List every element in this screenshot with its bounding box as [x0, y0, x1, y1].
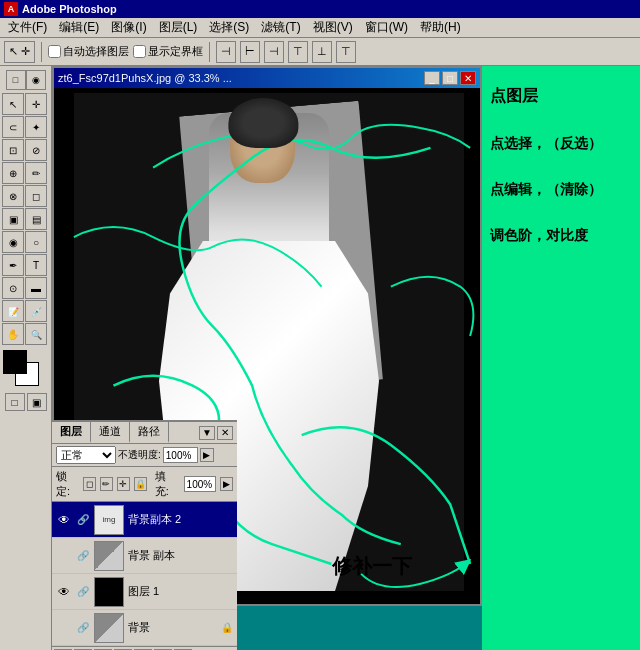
layers-panel-footer: 🔗 fx ◉ ◑ 📁 + 🗑: [52, 646, 237, 650]
zoom-tool[interactable]: [25, 323, 47, 345]
tab-channels[interactable]: 通道: [91, 422, 130, 443]
opacity-value[interactable]: 100%: [163, 447, 198, 463]
align-bottom-btn[interactable]: ⊤: [336, 41, 356, 63]
align-center-btn[interactable]: ⊢: [240, 41, 260, 63]
magic-wand-tool[interactable]: [25, 116, 47, 138]
full-screen-btn[interactable]: ▣: [27, 393, 47, 411]
app-title: Adobe Photoshop: [22, 3, 117, 15]
move-tool[interactable]: [25, 93, 47, 115]
panel-close-btn[interactable]: ✕: [217, 426, 233, 440]
layer-item-2[interactable]: 👁 🔗 图层 1: [52, 574, 237, 610]
notes-tool[interactable]: [2, 300, 24, 322]
hair-shape: [228, 98, 298, 148]
layer-item-0[interactable]: 👁 🔗 img 背景副本 2: [52, 502, 237, 538]
auto-select-checkbox[interactable]: 自动选择图层: [48, 44, 129, 59]
layer-link-2[interactable]: 🔗: [76, 585, 90, 599]
eyedropper-icon: [31, 306, 42, 317]
doc-close-btn[interactable]: ✕: [460, 71, 476, 85]
layer-link-0[interactable]: 🔗: [76, 513, 90, 527]
menu-window[interactable]: 窗口(W): [359, 17, 414, 38]
zoom-icon: [31, 329, 42, 340]
path-select-tool[interactable]: [2, 277, 24, 299]
align-top-btn[interactable]: ⊤: [288, 41, 308, 63]
align-left-btn[interactable]: ⊣: [216, 41, 236, 63]
crop-icon: [9, 145, 17, 156]
show-bounds-label: 显示定界框: [148, 44, 203, 59]
layer-eye-0[interactable]: 👁: [56, 512, 72, 528]
show-bounds-input[interactable]: [133, 45, 146, 58]
layer-item-1[interactable]: 👁 🔗 背景 副本: [52, 538, 237, 574]
eyedropper-tool[interactable]: [25, 300, 47, 322]
title-bar: A Adobe Photoshop: [0, 0, 640, 18]
brush-tool[interactable]: [25, 162, 47, 184]
lock-image-btn[interactable]: ✏: [100, 477, 113, 491]
dodge-tool[interactable]: [25, 231, 47, 253]
gradient-icon: [9, 214, 18, 225]
annotation-4: 调色阶，对比度: [490, 227, 632, 245]
menu-help[interactable]: 帮助(H): [414, 17, 467, 38]
standard-mode-btn[interactable]: □: [6, 70, 26, 90]
menu-file[interactable]: 文件(F): [2, 17, 53, 38]
slice-tool[interactable]: [25, 139, 47, 161]
fill-arrow[interactable]: ▶: [220, 477, 233, 491]
hand-tool[interactable]: [2, 323, 24, 345]
layer-link-3[interactable]: 🔗: [76, 621, 90, 635]
menu-edit[interactable]: 编辑(E): [53, 17, 105, 38]
layer-item-3[interactable]: 👁 🔗 背景 🔒: [52, 610, 237, 646]
main-area: □ ◉: [0, 66, 640, 650]
document-title: zt6_Fsc97d1PuhsX.jpg @ 33.3% ...: [58, 72, 422, 84]
text-tool[interactable]: [25, 254, 47, 276]
menu-filter[interactable]: 滤镜(T): [255, 17, 306, 38]
blur-tool[interactable]: [2, 231, 24, 253]
align-right-btn[interactable]: ⊣: [264, 41, 284, 63]
heal-tool[interactable]: [2, 162, 24, 184]
lock-position-btn[interactable]: ✛: [117, 477, 130, 491]
show-bounds-checkbox[interactable]: 显示定界框: [133, 44, 203, 59]
tab-layers[interactable]: 图层: [52, 422, 91, 443]
layer-link-1[interactable]: 🔗: [76, 549, 90, 563]
panel-options-btn[interactable]: ▼: [199, 426, 215, 440]
lock-all-btn[interactable]: 🔒: [134, 477, 147, 491]
crop-tool[interactable]: [2, 139, 24, 161]
menu-image[interactable]: 图像(I): [105, 17, 152, 38]
menu-select[interactable]: 选择(S): [203, 17, 255, 38]
color-swatches[interactable]: [3, 350, 49, 386]
tool-row-3: [2, 139, 49, 161]
brush-icon: [32, 168, 40, 179]
tool-row-4: [2, 162, 49, 184]
menu-view[interactable]: 视图(V): [307, 17, 359, 38]
menu-layer[interactable]: 图层(L): [153, 17, 204, 38]
layer-eye-2[interactable]: 👁: [56, 584, 72, 600]
eraser-tool[interactable]: [25, 185, 47, 207]
blend-mode-select[interactable]: 正常: [56, 446, 116, 464]
arrow-tool[interactable]: [2, 93, 24, 115]
tool-row-10: [2, 300, 49, 322]
auto-select-input[interactable]: [48, 45, 61, 58]
pen-tool[interactable]: [2, 254, 24, 276]
shape-tool[interactable]: [25, 277, 47, 299]
opacity-arrow[interactable]: ▶: [200, 448, 214, 462]
move-tool-btn[interactable]: ↖ ✛: [4, 41, 35, 63]
foreground-color-swatch[interactable]: [3, 350, 27, 374]
magic-wand-icon: [32, 122, 40, 133]
annotation-5: 修补一下: [332, 553, 412, 580]
align-middle-btn[interactable]: ⊥: [312, 41, 332, 63]
doc-minimize-btn[interactable]: _: [424, 71, 440, 85]
annotation-panel: 点图层 点选择，（反选） 点编辑，（清除） 调色阶，对比度: [482, 66, 640, 650]
bucket-tool[interactable]: [25, 208, 47, 230]
lock-label: 锁定:: [56, 469, 79, 499]
lock-transparent-btn[interactable]: ◻: [83, 477, 96, 491]
stamp-tool[interactable]: [2, 185, 24, 207]
tool-row-7: [2, 231, 49, 253]
normal-mode-btn[interactable]: □: [5, 393, 25, 411]
content-area: zt6_Fsc97d1PuhsX.jpg @ 33.3% ... _ □ ✕: [52, 66, 640, 650]
fill-value[interactable]: 100%: [184, 476, 216, 492]
bucket-icon: [32, 214, 41, 225]
gradient-tool[interactable]: [2, 208, 24, 230]
doc-maximize-btn[interactable]: □: [442, 71, 458, 85]
toolbar-sep-1: [41, 42, 42, 62]
quick-mask-btn[interactable]: ◉: [26, 70, 46, 90]
layers-panel: 图层 通道 路径 ▼ ✕ 正常 不透明度: 100% ▶: [52, 420, 237, 650]
tab-paths[interactable]: 路径: [130, 422, 169, 443]
lasso-tool[interactable]: [2, 116, 24, 138]
